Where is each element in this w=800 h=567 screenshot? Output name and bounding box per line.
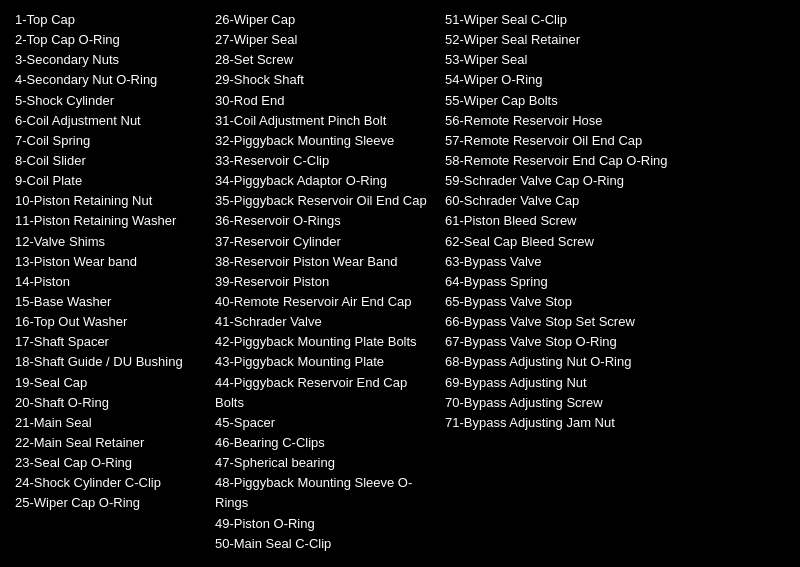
list-item: 25-Wiper Cap O-Ring (15, 493, 205, 513)
list-item: 60-Schrader Valve Cap (445, 191, 705, 211)
list-item: 19-Seal Cap (15, 373, 205, 393)
list-item: 52-Wiper Seal Retainer (445, 30, 705, 50)
list-item: 27-Wiper Seal (215, 30, 435, 50)
list-item: 41-Schrader Valve (215, 312, 435, 332)
list-item: 33-Reservoir C-Clip (215, 151, 435, 171)
list-item: 67-Bypass Valve Stop O-Ring (445, 332, 705, 352)
list-item: 17-Shaft Spacer (15, 332, 205, 352)
list-item: 43-Piggyback Mounting Plate (215, 352, 435, 372)
list-item: 6-Coil Adjustment Nut (15, 111, 205, 131)
list-item: 49-Piston O-Ring (215, 514, 435, 534)
list-item: 59-Schrader Valve Cap O-Ring (445, 171, 705, 191)
list-item: 62-Seal Cap Bleed Screw (445, 232, 705, 252)
list-item: 26-Wiper Cap (215, 10, 435, 30)
list-item: 39-Reservoir Piston (215, 272, 435, 292)
list-item: 9-Coil Plate (15, 171, 205, 191)
list-item: 8-Coil Slider (15, 151, 205, 171)
list-item: 54-Wiper O-Ring (445, 70, 705, 90)
list-item: 15-Base Washer (15, 292, 205, 312)
parts-list: 1-Top Cap2-Top Cap O-Ring3-Secondary Nut… (15, 10, 785, 554)
list-item: 23-Seal Cap O-Ring (15, 453, 205, 473)
list-item: 22-Main Seal Retainer (15, 433, 205, 453)
list-item: 42-Piggyback Mounting Plate Bolts (215, 332, 435, 352)
list-item: 38-Reservoir Piston Wear Band (215, 252, 435, 272)
list-item: 28-Set Screw (215, 50, 435, 70)
list-item: 65-Bypass Valve Stop (445, 292, 705, 312)
column-1: 1-Top Cap2-Top Cap O-Ring3-Secondary Nut… (15, 10, 215, 514)
list-item: 47-Spherical bearing (215, 453, 435, 473)
list-item: 40-Remote Reservoir Air End Cap (215, 292, 435, 312)
list-item: 58-Remote Reservoir End Cap O-Ring (445, 151, 705, 171)
list-item: 57-Remote Reservoir Oil End Cap (445, 131, 705, 151)
list-item: 18-Shaft Guide / DU Bushing (15, 352, 205, 372)
list-item: 35-Piggyback Reservoir Oil End Cap (215, 191, 435, 211)
list-item: 12-Valve Shims (15, 232, 205, 252)
list-item: 29-Shock Shaft (215, 70, 435, 90)
list-item: 44-Piggyback Reservoir End Cap Bolts (215, 373, 435, 413)
list-item: 69-Bypass Adjusting Nut (445, 373, 705, 393)
list-item: 53-Wiper Seal (445, 50, 705, 70)
list-item: 2-Top Cap O-Ring (15, 30, 205, 50)
list-item: 61-Piston Bleed Screw (445, 211, 705, 231)
list-item: 56-Remote Reservoir Hose (445, 111, 705, 131)
list-item: 3-Secondary Nuts (15, 50, 205, 70)
list-item: 5-Shock Cylinder (15, 91, 205, 111)
list-item: 45-Spacer (215, 413, 435, 433)
list-item: 24-Shock Cylinder C-Clip (15, 473, 205, 493)
list-item: 4-Secondary Nut O-Ring (15, 70, 205, 90)
list-item: 37-Reservoir Cylinder (215, 232, 435, 252)
list-item: 51-Wiper Seal C-Clip (445, 10, 705, 30)
list-item: 46-Bearing C-Clips (215, 433, 435, 453)
list-item: 48-Piggyback Mounting Sleeve O-Rings (215, 473, 435, 513)
list-item: 63-Bypass Valve (445, 252, 705, 272)
list-item: 1-Top Cap (15, 10, 205, 30)
list-item: 31-Coil Adjustment Pinch Bolt (215, 111, 435, 131)
list-item: 66-Bypass Valve Stop Set Screw (445, 312, 705, 332)
list-item: 10-Piston Retaining Nut (15, 191, 205, 211)
list-item: 34-Piggyback Adaptor O-Ring (215, 171, 435, 191)
list-item: 55-Wiper Cap Bolts (445, 91, 705, 111)
list-item: 14-Piston (15, 272, 205, 292)
list-item: 16-Top Out Washer (15, 312, 205, 332)
list-item: 71-Bypass Adjusting Jam Nut (445, 413, 705, 433)
list-item: 32-Piggyback Mounting Sleeve (215, 131, 435, 151)
list-item: 50-Main Seal C-Clip (215, 534, 435, 554)
list-item: 13-Piston Wear band (15, 252, 205, 272)
column-2: 26-Wiper Cap27-Wiper Seal28-Set Screw29-… (215, 10, 445, 554)
list-item: 20-Shaft O-Ring (15, 393, 205, 413)
list-item: 70-Bypass Adjusting Screw (445, 393, 705, 413)
list-item: 7-Coil Spring (15, 131, 205, 151)
list-item: 21-Main Seal (15, 413, 205, 433)
column-3: 51-Wiper Seal C-Clip52-Wiper Seal Retain… (445, 10, 715, 433)
list-item: 36-Reservoir O-Rings (215, 211, 435, 231)
list-item: 68-Bypass Adjusting Nut O-Ring (445, 352, 705, 372)
list-item: 30-Rod End (215, 91, 435, 111)
list-item: 64-Bypass Spring (445, 272, 705, 292)
list-item: 11-Piston Retaining Washer (15, 211, 205, 231)
